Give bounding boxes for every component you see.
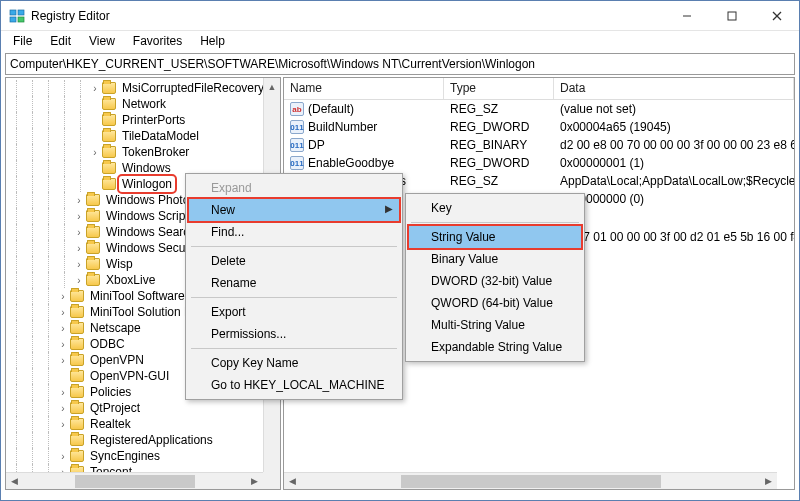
tree-expand-icon[interactable]: › — [88, 83, 102, 94]
tree-item-label: TokenBroker — [120, 145, 191, 159]
close-button[interactable] — [754, 1, 799, 30]
svg-rect-3 — [18, 17, 24, 22]
address-text: Computer\HKEY_CURRENT_USER\SOFTWARE\Micr… — [10, 57, 535, 71]
scroll-right-icon[interactable]: ▶ — [246, 476, 263, 486]
context-menu-separator — [191, 348, 397, 349]
tree-item-label: Wisp — [104, 257, 135, 271]
tree-item-tokenbroker[interactable]: ›TokenBroker — [8, 144, 280, 160]
value-data: (value not set) — [554, 102, 794, 116]
context-menu-copy-key-name[interactable]: Copy Key Name — [189, 352, 399, 374]
value-row[interactable]: 011BuildNumberREG_DWORD0x00004a65 (19045… — [284, 118, 794, 136]
folder-icon — [70, 450, 84, 462]
tree-expand-icon[interactable]: › — [56, 387, 70, 398]
value-type: REG_SZ — [444, 102, 554, 116]
tree-expand-icon[interactable]: › — [56, 403, 70, 414]
value-type: REG_BINARY — [444, 138, 554, 152]
context-menu-separator — [191, 246, 397, 247]
tree-item-label: TileDataModel — [120, 129, 201, 143]
svg-rect-1 — [10, 17, 16, 22]
value-data: 0x00000000 (0) — [554, 192, 794, 206]
tree-item-tiledatamodel[interactable]: TileDataModel — [8, 128, 280, 144]
tree-item-realtek[interactable]: ›Realtek — [8, 416, 280, 432]
scroll-right-icon[interactable]: ▶ — [760, 476, 777, 486]
tree-expand-icon[interactable]: › — [72, 227, 86, 238]
tree-item-printerports[interactable]: PrinterPorts — [8, 112, 280, 128]
submenu-qword-value[interactable]: QWORD (64-bit) Value — [409, 292, 581, 314]
tree-expand-icon[interactable]: › — [56, 339, 70, 350]
submenu-binary-value[interactable]: Binary Value — [409, 248, 581, 270]
tree-expand-icon[interactable]: › — [88, 147, 102, 158]
tree-item-msicorruptedfilerecovery[interactable]: ›MsiCorruptedFileRecovery — [8, 80, 280, 96]
scroll-left-icon[interactable]: ◀ — [284, 476, 301, 486]
column-header-name[interactable]: Name — [284, 78, 444, 99]
window-controls — [664, 1, 799, 30]
tree-expand-icon[interactable]: › — [56, 355, 70, 366]
folder-icon — [70, 418, 84, 430]
list-horizontal-scrollbar[interactable]: ◀ ▶ — [284, 472, 777, 489]
tree-horizontal-scrollbar[interactable]: ◀ ▶ — [6, 472, 263, 489]
submenu-key[interactable]: Key — [409, 197, 581, 219]
value-name: EnableGoodbye — [308, 156, 394, 170]
submenu-expandable-string-value[interactable]: Expandable String Value — [409, 336, 581, 358]
folder-icon — [86, 274, 100, 286]
tree-context-menu: Expand New ▶ Find... Delete Rename Expor… — [185, 173, 403, 400]
folder-icon — [70, 290, 84, 302]
menu-file[interactable]: File — [5, 33, 40, 49]
scroll-thumb[interactable] — [401, 475, 661, 488]
tree-expand-icon[interactable]: › — [56, 323, 70, 334]
context-menu-permissions[interactable]: Permissions... — [189, 323, 399, 345]
tree-item-label: Windows Photo — [104, 193, 191, 207]
minimize-button[interactable] — [664, 1, 709, 30]
address-bar[interactable]: Computer\HKEY_CURRENT_USER\SOFTWARE\Micr… — [5, 53, 795, 75]
value-name: (Default) — [308, 102, 354, 116]
tree-item-registeredapplications[interactable]: RegisteredApplications — [8, 432, 280, 448]
context-menu-separator — [191, 297, 397, 298]
tree-expand-icon[interactable]: › — [72, 243, 86, 254]
submenu-string-value[interactable]: String Value — [409, 226, 581, 248]
menu-help[interactable]: Help — [192, 33, 233, 49]
tree-expand-icon[interactable]: › — [72, 259, 86, 270]
tree-expand-icon[interactable]: › — [72, 195, 86, 206]
value-row[interactable]: 011EnableGoodbyeREG_DWORD0x00000001 (1) — [284, 154, 794, 172]
folder-icon — [86, 242, 100, 254]
tree-expand-icon[interactable]: › — [56, 419, 70, 430]
tree-item-network[interactable]: Network — [8, 96, 280, 112]
folder-icon — [86, 194, 100, 206]
tree-expand-icon[interactable]: › — [72, 211, 86, 222]
tree-item-syncengines[interactable]: ›SyncEngines — [8, 448, 280, 464]
context-menu-goto-hklm[interactable]: Go to HKEY_LOCAL_MACHINE — [189, 374, 399, 396]
context-menu-export[interactable]: Export — [189, 301, 399, 323]
tree-item-label: MiniTool Solution Lt — [88, 305, 196, 319]
tree-item-label: ODBC — [88, 337, 127, 351]
value-name: DP — [308, 138, 325, 152]
submenu-multi-string-value[interactable]: Multi-String Value — [409, 314, 581, 336]
value-row[interactable]: 011DPREG_BINARYd2 00 e8 00 70 00 00 00 3… — [284, 136, 794, 154]
scroll-up-icon[interactable]: ▲ — [264, 78, 280, 95]
folder-icon — [102, 98, 116, 110]
menu-edit[interactable]: Edit — [42, 33, 79, 49]
context-menu-find[interactable]: Find... — [189, 221, 399, 243]
context-menu-rename[interactable]: Rename — [189, 272, 399, 294]
column-header-type[interactable]: Type — [444, 78, 554, 99]
folder-icon — [102, 178, 116, 190]
column-header-data[interactable]: Data — [554, 78, 794, 99]
submenu-dword-value[interactable]: DWORD (32-bit) Value — [409, 270, 581, 292]
tree-expand-icon[interactable]: › — [56, 307, 70, 318]
tree-expand-icon[interactable]: › — [56, 291, 70, 302]
tree-item-label: MsiCorruptedFileRecovery — [120, 81, 266, 95]
menu-favorites[interactable]: Favorites — [125, 33, 190, 49]
context-menu-new[interactable]: New ▶ — [189, 199, 399, 221]
tree-expand-icon[interactable]: › — [72, 275, 86, 286]
tree-item-qtproject[interactable]: ›QtProject — [8, 400, 280, 416]
binary-value-icon: 011 — [290, 138, 304, 152]
maximize-button[interactable] — [709, 1, 754, 30]
menu-view[interactable]: View — [81, 33, 123, 49]
context-menu-delete[interactable]: Delete — [189, 250, 399, 272]
scroll-thumb[interactable] — [75, 475, 195, 488]
scroll-left-icon[interactable]: ◀ — [6, 476, 23, 486]
tree-item-label: Netscape — [88, 321, 143, 335]
tree-expand-icon[interactable]: › — [56, 451, 70, 462]
tree-item-label: OpenVPN — [88, 353, 146, 367]
value-row[interactable]: ab(Default)REG_SZ(value not set) — [284, 100, 794, 118]
value-data: 0x00000001 (1) — [554, 156, 794, 170]
